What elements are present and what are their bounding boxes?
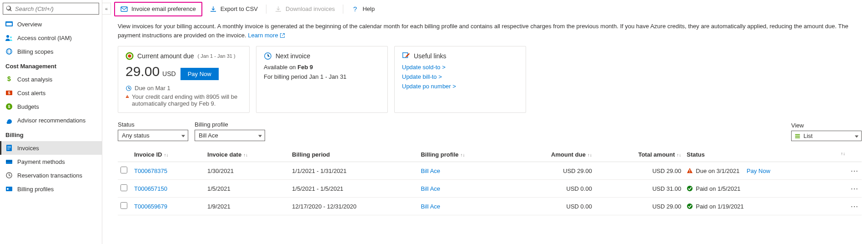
billing-profile-link[interactable]: Bill Ace [421, 168, 440, 174]
sidebar: Overview Access control (IAM) Billing sc… [0, 0, 102, 244]
reservation-icon [5, 172, 13, 179]
status-cell: Paid on 1/5/2021 [687, 185, 845, 192]
svg-rect-26 [127, 97, 128, 98]
sidebar-item-cost-analysis[interactable]: $ Cost analysis [0, 72, 102, 86]
th-total-amount[interactable]: Total amount↑↓ [595, 147, 684, 162]
update-po-number-link[interactable]: Update po number > [402, 83, 518, 90]
row-checkbox[interactable] [120, 202, 127, 209]
sidebar-collapse-button[interactable]: « [102, 3, 111, 15]
help-button[interactable]: ? Help [346, 3, 380, 15]
warning-text: Your credit card ending with 8905 will b… [132, 93, 242, 107]
pay-now-button[interactable]: Pay Now [181, 68, 219, 80]
intro-body: View invoices for your billing account. … [118, 23, 848, 39]
search-input[interactable] [15, 5, 96, 12]
svg-rect-16 [6, 161, 12, 162]
profile-dropdown[interactable]: Bill Ace [195, 130, 265, 141]
svg-rect-15 [6, 160, 12, 164]
invoice-email-preference-button[interactable]: Invoice email preference [114, 2, 202, 16]
svg-text:$: $ [7, 76, 11, 82]
available-on-date: Feb 9 [297, 64, 313, 71]
sidebar-item-invoices[interactable]: Invoices [0, 141, 102, 155]
row-more-button[interactable]: ··· [848, 198, 862, 215]
svg-rect-30 [690, 172, 690, 173]
update-sold-to-link[interactable]: Update sold-to > [402, 64, 518, 71]
search-box[interactable] [3, 3, 99, 15]
toolbar-separator [343, 5, 343, 14]
card-next-invoice: Next invoice Available on Feb 9 For bill… [256, 46, 388, 113]
cell-total-amount: USD 29.00 [595, 198, 684, 215]
svg-point-5 [8, 49, 10, 54]
cell-amount-due: USD 29.00 [509, 162, 595, 180]
row-checkbox[interactable] [120, 184, 127, 191]
invoice-id-link[interactable]: T000678375 [134, 168, 167, 174]
sidebar-item-overview[interactable]: Overview [0, 17, 102, 31]
profile-dropdown-value: Bill Ace [199, 132, 218, 139]
svg-text:$: $ [8, 91, 10, 95]
sidebar-item-label: Billing scopes [17, 48, 54, 55]
invoices-icon [5, 144, 13, 152]
sidebar-item-advisor[interactable]: Advisor recommendations [0, 113, 102, 127]
svg-point-4 [6, 49, 12, 54]
th-billing-profile[interactable]: Billing profile↑↓ [418, 147, 509, 162]
th-amount-due[interactable]: Amount due↑↓ [509, 147, 595, 162]
th-invoice-id[interactable]: Invoice ID↑↓ [131, 147, 205, 162]
svg-rect-25 [127, 96, 128, 97]
sidebar-item-billing-profiles[interactable]: Billing profiles [0, 182, 102, 196]
th-billing-period[interactable]: Billing period [289, 147, 418, 162]
toolbar-label: Invoice email preference [131, 5, 196, 12]
status-dropdown[interactable]: Any status [118, 130, 188, 141]
billing-profile-link[interactable]: Bill Ace [421, 203, 440, 210]
svg-rect-14 [7, 149, 10, 149]
row-checkbox[interactable] [120, 167, 127, 173]
invoice-id-link[interactable]: T000657150 [134, 185, 167, 192]
status-cell: Paid on 1/19/2021 [687, 203, 845, 210]
filter-status-label: Status [118, 121, 188, 128]
sidebar-item-billing-scopes[interactable]: Billing scopes [0, 45, 102, 58]
available-on-prefix: Available on [264, 64, 297, 71]
view-dropdown[interactable]: List [791, 131, 862, 141]
svg-rect-13 [7, 147, 11, 148]
cell-billing-period: 12/17/2020 - 12/31/2020 [289, 198, 418, 215]
update-bill-to-link[interactable]: Update bill-to > [402, 73, 518, 80]
pay-now-link[interactable]: Pay Now [747, 168, 770, 174]
toolbar-label: Download invoices [286, 5, 335, 12]
row-more-button[interactable]: ··· [848, 162, 862, 180]
card-title-label: Next invoice [276, 52, 310, 60]
amount-value: 29.00 [125, 64, 160, 79]
billing-profile-link[interactable]: Bill Ace [421, 185, 440, 192]
summary-cards: Current amount due ( Jan 1 - Jan 31 ) 29… [118, 46, 862, 113]
sidebar-item-payment-methods[interactable]: Payment methods [0, 155, 102, 168]
status-dropdown-value: Any status [122, 132, 150, 139]
amount-currency: USD [162, 70, 176, 77]
search-icon [6, 5, 12, 12]
sidebar-item-cost-alerts[interactable]: $ Cost alerts [0, 86, 102, 100]
learn-more-link[interactable]: Learn more [248, 32, 285, 39]
invoice-id-link[interactable]: T000659679 [134, 203, 167, 210]
sidebar-item-reservation-transactions[interactable]: Reservation transactions [0, 168, 102, 182]
cell-total-amount: USD 31.00 [595, 180, 684, 198]
svg-text:?: ? [353, 5, 357, 13]
th-invoice-date[interactable]: Invoice date↑↓ [205, 147, 289, 162]
sidebar-item-budgets[interactable]: $ Budgets [0, 100, 102, 113]
th-label: Invoice date [207, 151, 241, 158]
sidebar-item-access-control[interactable]: Access control (IAM) [0, 31, 102, 45]
th-status[interactable]: Status↑↓ [684, 147, 848, 162]
export-csv-button[interactable]: Export to CSV [204, 3, 263, 15]
svg-rect-12 [7, 146, 11, 147]
row-more-button[interactable]: ··· [848, 180, 862, 198]
budgets-icon: $ [5, 103, 13, 110]
filter-view: View List [791, 122, 862, 141]
clock-icon [125, 85, 132, 92]
help-icon: ? [351, 5, 359, 13]
toolbar: Invoice email preference Export to CSV D… [111, 0, 868, 18]
main: Invoice email preference Export to CSV D… [111, 0, 868, 244]
billing-period-text: For billing period Jan 1 - Jan 31 [264, 73, 380, 80]
svg-rect-29 [690, 169, 690, 171]
sidebar-item-label: Overview [17, 21, 42, 28]
card-title-label: Useful links [414, 52, 447, 60]
filter-billing-profile: Billing profile Bill Ace [195, 121, 265, 141]
filter-status: Status Any status [118, 121, 188, 141]
cost-analysis-icon: $ [5, 76, 13, 83]
success-icon [687, 203, 693, 209]
sidebar-item-label: Payment methods [17, 158, 65, 165]
